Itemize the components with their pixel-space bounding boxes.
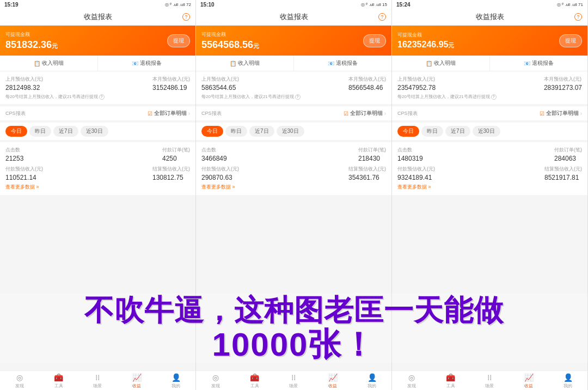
this-month-value: 8566548.46 — [348, 84, 386, 92]
metric-clicks-label: 点击数 — [397, 147, 423, 154]
nav-item-1[interactable]: 🧰 工具 — [235, 373, 274, 389]
help-icon[interactable]: ? — [574, 13, 582, 21]
nav-item-0[interactable]: ◎ 发现 — [0, 373, 39, 389]
info-icon: ? — [295, 94, 301, 100]
nav-icon-3: 📈 — [328, 373, 338, 382]
withdraw-button[interactable]: 提现 — [363, 34, 386, 47]
nav-item-1[interactable]: 🧰 工具 — [431, 373, 470, 389]
nav-item-4[interactable]: 👤 我的 — [548, 373, 587, 389]
banner-label: 可提现金额 — [397, 32, 454, 39]
tab-1[interactable]: 📧退税报备 — [98, 56, 195, 71]
cps-link[interactable]: ☑ 全部订单明细 › — [540, 109, 582, 117]
filter-btn-0[interactable]: 今日 — [397, 126, 419, 137]
tab-label-0: 收入明细 — [42, 59, 64, 67]
nav-icon-4: 👤 — [367, 373, 377, 382]
last-month-value: 5863544.65 — [201, 84, 239, 92]
metric-clicks-label: 点击数 — [201, 147, 227, 154]
more-data-link[interactable]: 查看更多数据 » — [397, 184, 582, 191]
app-header: 收益报表 ? — [0, 9, 195, 26]
metrics-row-2: 付款预估收入(元) 110521.14 结算预估收入(元) 130812.75 — [5, 166, 190, 181]
nav-label-4: 我的 — [564, 383, 572, 389]
help-icon[interactable]: ? — [378, 13, 386, 21]
tab-1[interactable]: 📧退税报备 — [490, 56, 587, 71]
filter-btn-2[interactable]: 近7日 — [445, 126, 470, 137]
nav-item-3[interactable]: 📈 收益 — [509, 373, 548, 389]
bottom-nav: ◎ 发现 🧰 工具 ⁞⁞ 场景 📈 收益 👤 我的 — [392, 370, 587, 390]
metric-clicks: 点击数 21253 — [5, 147, 23, 162]
metrics-section: 点击数 1480319 付款订单(笔) 284063 付款预估收入(元) 932… — [392, 142, 587, 195]
filter-btn-1[interactable]: 昨日 — [225, 126, 247, 137]
banner-amount-section: 可提现金额 16235246.95元 — [397, 32, 454, 50]
nav-item-3[interactable]: 📈 收益 — [313, 373, 352, 389]
nav-item-4[interactable]: 👤 我的 — [352, 373, 391, 389]
banner-amount: 851832.36元 — [5, 39, 58, 51]
more-data-link[interactable]: 查看更多数据 » — [201, 184, 386, 191]
header-title: 收益报表 — [84, 12, 112, 22]
filter-btn-0[interactable]: 今日 — [201, 126, 223, 137]
cps-label: CPS报表 — [201, 110, 222, 117]
filter-btn-0[interactable]: 今日 — [5, 126, 27, 137]
metrics-row-2: 付款预估收入(元) 9324189.41 结算预估收入(元) 8521917.8… — [397, 166, 582, 181]
metric-orders-value: 4250 — [162, 155, 190, 162]
filter-btn-2[interactable]: 近7日 — [53, 126, 78, 137]
metric-payment-label: 付款预估收入(元) — [5, 166, 43, 173]
filter-btn-1[interactable]: 昨日 — [29, 126, 51, 137]
nav-item-1[interactable]: 🧰 工具 — [39, 373, 78, 389]
nav-item-2[interactable]: ⁞⁞ 场景 — [470, 373, 510, 389]
metric-orders-label: 付款订单(笔) — [162, 147, 190, 154]
nav-label-3: 收益 — [328, 383, 337, 389]
nav-item-0[interactable]: ◎ 发现 — [196, 373, 235, 389]
withdraw-button[interactable]: 提现 — [167, 34, 190, 47]
tab-0[interactable]: 📋收入明细 — [0, 56, 98, 71]
tab-1[interactable]: 📧退税报备 — [294, 56, 391, 71]
nav-label-2: 场景 — [289, 383, 298, 389]
nav-label-2: 场景 — [93, 383, 102, 389]
app-header: 收益报表 ? — [196, 9, 391, 26]
tab-0[interactable]: 📋收入明细 — [196, 56, 294, 71]
status-icons: ◎ ᵝ .ull .ull 15 — [361, 2, 387, 7]
cps-arrow-icon: › — [188, 111, 190, 117]
cps-arrow-icon: › — [580, 111, 582, 117]
metrics-row-1: 点击数 21253 付款订单(笔) 4250 — [5, 147, 190, 162]
withdraw-button[interactable]: 提现 — [559, 34, 582, 47]
metric-payment: 付款预估收入(元) 9324189.41 — [397, 166, 435, 181]
time-filter: 今日昨日近7日近30日 — [196, 123, 391, 140]
filter-btn-3[interactable]: 近30日 — [473, 126, 500, 137]
nav-item-2[interactable]: ⁞⁞ 场景 — [78, 373, 118, 389]
nav-item-0[interactable]: ◎ 发现 — [392, 373, 431, 389]
filter-btn-2[interactable]: 近7日 — [249, 126, 274, 137]
nav-label-4: 我的 — [367, 383, 376, 389]
cps-label: CPS报表 — [397, 110, 418, 117]
nav-item-2[interactable]: ⁞⁞ 场景 — [274, 373, 314, 389]
nav-icon-2: ⁞⁞ — [487, 373, 492, 382]
tab-icon-1: 📧 — [524, 60, 530, 66]
metric-settlement-value: 8521917.81 — [544, 174, 582, 181]
tab-0[interactable]: 📋收入明细 — [392, 56, 490, 71]
more-data-link[interactable]: 查看更多数据 » — [5, 184, 190, 191]
metric-payment-value: 290870.63 — [201, 174, 239, 181]
last-month-value: 23547952.78 — [397, 84, 436, 92]
nav-icon-0: ◎ — [212, 373, 219, 382]
tab-label-1: 退税报备 — [336, 59, 358, 67]
help-icon[interactable]: ? — [182, 13, 190, 21]
cps-link-icon: ☑ — [148, 111, 152, 117]
last-month-label: 上月预估收入(元) — [201, 76, 239, 83]
this-month-label: 本月预估收入(元) — [544, 76, 582, 83]
nav-item-3[interactable]: 📈 收益 — [117, 373, 156, 389]
metric-payment-label: 付款预估收入(元) — [397, 166, 435, 173]
banner-label: 可提现金额 — [5, 31, 58, 38]
cps-link-icon: ☑ — [344, 111, 348, 117]
nav-item-4[interactable]: 👤 我的 — [156, 373, 195, 389]
this-month-stat: 本月预估收入(元) 3152486.19 — [152, 76, 190, 92]
filter-btn-1[interactable]: 昨日 — [421, 126, 443, 137]
filter-btn-3[interactable]: 近30日 — [81, 126, 108, 137]
cps-link[interactable]: ☑ 全部订单明细 › — [344, 109, 386, 117]
tab-icon-0: 📋 — [426, 60, 432, 66]
earnings-banner: 可提现金额 16235246.95元 提现 — [392, 26, 587, 56]
filter-btn-3[interactable]: 近30日 — [277, 126, 304, 137]
cps-link[interactable]: ☑ 全部订单明细 › — [148, 109, 190, 117]
cps-section: CPS报表 ☑ 全部订单明细 › — [196, 106, 391, 120]
metric-orders-value: 284063 — [554, 155, 582, 162]
info-icon: ? — [491, 94, 497, 100]
phone-screen-1: 15:19◎ ᵝ .ull .ull 72 收益报表 ? 可提现金额 85183… — [0, 0, 196, 390]
